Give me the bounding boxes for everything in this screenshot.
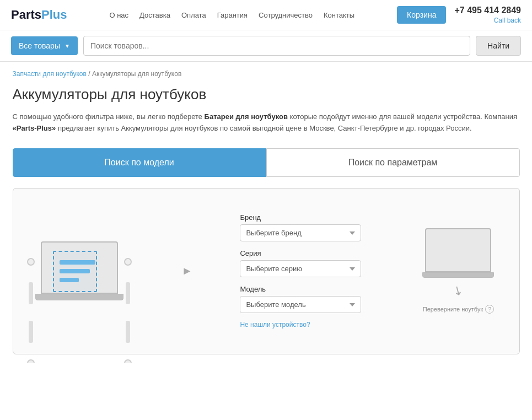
- model-group: Модель Выберите модель: [240, 285, 361, 313]
- filter-tabs: Поиск по модели Поиск по параметрам: [13, 148, 520, 177]
- dot-bottom-left: [27, 359, 35, 363]
- search-input[interactable]: [83, 36, 470, 56]
- laptop-illustration-left: [24, 241, 135, 300]
- nav-cooperation[interactable]: Сотрудничество: [259, 11, 313, 19]
- dot-top-left: [27, 258, 35, 266]
- brand-select[interactable]: Выберите бренд: [240, 224, 361, 241]
- model-selector-container: ► Бренд Выберите бренд Серия Выберите се…: [13, 188, 520, 354]
- laptop-base-left: [35, 294, 123, 300]
- selection-lines: [54, 252, 96, 290]
- brand-group: Бренд Выберите бренд: [240, 213, 361, 241]
- flip-label-text: Переверните ноутбук: [423, 306, 483, 313]
- series-label: Серия: [240, 249, 361, 257]
- breadcrumb-parent[interactable]: Запчасти для ноутбуков: [13, 70, 87, 78]
- model-label: Модель: [240, 285, 361, 293]
- call-back-link[interactable]: Call back: [494, 17, 521, 24]
- sel-line-2: [60, 269, 90, 273]
- nav-delivery[interactable]: Доставка: [139, 11, 170, 19]
- dot-top-right: [124, 258, 132, 266]
- model-selector-inner: ► Бренд Выберите бренд Серия Выберите се…: [24, 200, 508, 343]
- logo-plus: Plus: [41, 8, 67, 22]
- nav-guarantee[interactable]: Гарантия: [217, 11, 248, 19]
- page-description: С помощью удобного фильтра ниже, вы легк…: [13, 111, 520, 134]
- right-decorators-left: [124, 258, 132, 363]
- phone-number: +7 495 414 2849: [454, 6, 521, 15]
- series-select[interactable]: Выберите серию: [240, 260, 361, 277]
- header: Parts Plus О нас Доставка Оплата Гаранти…: [0, 0, 532, 30]
- series-group: Серия Выберите серию: [240, 249, 361, 277]
- brand-label: Бренд: [240, 213, 361, 222]
- not-found-link[interactable]: Не нашли устройство?: [240, 321, 361, 329]
- side-bar-right-top: [126, 282, 130, 304]
- laptop-left-wrapper: [35, 241, 123, 300]
- nav-about[interactable]: О нас: [109, 11, 128, 19]
- flip-label: Переверните ноутбук ?: [423, 305, 495, 314]
- left-decorators: [27, 258, 35, 363]
- help-icon[interactable]: ?: [485, 305, 494, 314]
- nav-contacts[interactable]: Контакты: [324, 11, 354, 19]
- header-right: Корзина +7 495 414 2849 Call back: [397, 6, 521, 24]
- laptop-base-right: [422, 272, 494, 278]
- chevron-down-icon: ▼: [65, 43, 70, 49]
- cart-button[interactable]: Корзина: [397, 6, 446, 24]
- all-goods-label: Все товары: [19, 41, 60, 50]
- search-button[interactable]: Найти: [476, 36, 521, 56]
- logo-parts: Parts: [11, 8, 41, 22]
- arrow-right-icon: ►: [182, 265, 193, 277]
- sel-line-3: [60, 278, 79, 282]
- flip-arrow-icon: ↙: [450, 282, 466, 299]
- tab-model-search[interactable]: Поиск по модели: [13, 148, 266, 177]
- side-bar-left-bottom: [29, 321, 33, 343]
- breadcrumb-current: Аккумуляторы для ноутбуков: [92, 70, 181, 78]
- phone-block: +7 495 414 2849 Call back: [454, 6, 521, 24]
- breadcrumb-separator: /: [88, 70, 92, 78]
- all-goods-button[interactable]: Все товары ▼: [11, 36, 78, 55]
- laptop-screen-left: [41, 241, 118, 294]
- selection-overlay: [53, 251, 97, 292]
- page-title: Аккумуляторы для ноутбуков: [13, 86, 520, 103]
- model-select[interactable]: Выберите модель: [240, 296, 361, 313]
- dot-bottom-right: [124, 359, 132, 363]
- logo[interactable]: Parts Plus: [11, 8, 67, 22]
- nav-payment[interactable]: Оплата: [181, 11, 206, 19]
- search-bar: Все товары ▼ Найти: [0, 30, 532, 62]
- laptop-screen-right: [425, 228, 491, 272]
- breadcrumb: Запчасти для ноутбуков / Аккумуляторы дл…: [13, 70, 520, 78]
- laptop-illustration-right: ↙ Переверните ноутбук ?: [409, 228, 508, 314]
- model-form: Бренд Выберите бренд Серия Выберите сери…: [240, 213, 361, 329]
- main-nav: О нас Доставка Оплата Гарантия Сотруднич…: [109, 11, 354, 19]
- tab-params-search[interactable]: Поиск по параметрам: [266, 148, 520, 177]
- side-bar-right-bottom: [126, 321, 130, 343]
- laptop-right-img: [422, 228, 494, 278]
- side-bar-left-top: [29, 282, 33, 304]
- main-content: Запчасти для ноутбуков / Аккумуляторы дл…: [2, 62, 531, 363]
- sel-line-1: [60, 260, 95, 265]
